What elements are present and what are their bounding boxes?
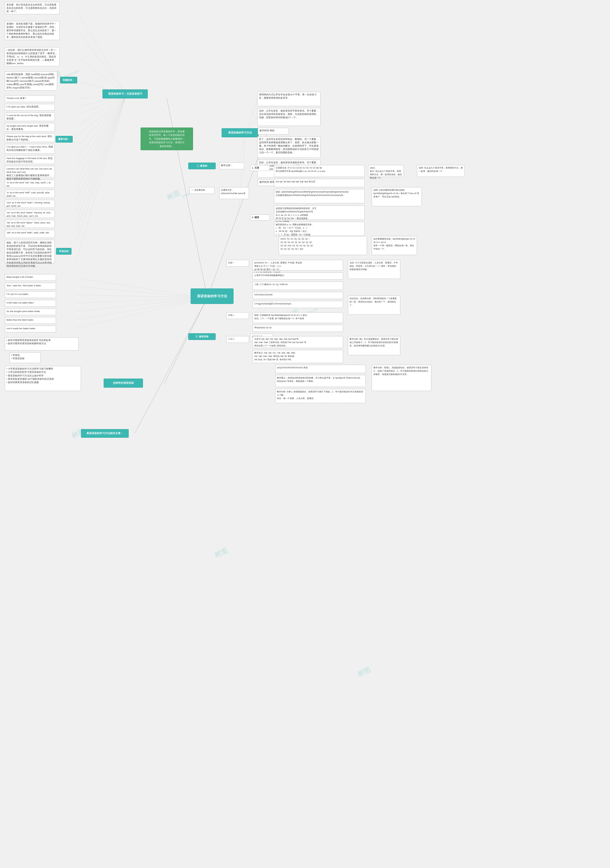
node-teach-one: 一. 初步教音标 [189,187,214,194]
btn-answer-paper[interactable]: 答题纸张： [60,77,77,84]
ctu-group-text: CTU(ɡɔ/ts/dz/dʒ/tʃ/) /m/n/n/ŋ/n/ŋ/n/ŋ/ŋ/ [254,302,291,305]
node-freq-usage: 公章声乃不同单词组数频率能力 [252,273,343,280]
teach-desc-2-text: 听了：这些学生发音的音和知识，教授的。另一个重要，这些同学老师基础老师教出来了，… [259,138,319,154]
betty-4-text: It will make my batter bitter." [6,301,34,304]
node-one-vowel: 仅课程元音：/ai//au//eu//uɪ//ɪə/ aeiou音 [219,187,249,199]
reading-combo-text: 教学分析: 分析1, 加强基础知识，使英语学习者打下基础，2、学习按目标进行对元… [277,391,363,400]
section-teach-phonics-label: 二. 教音标 [197,164,207,167]
node-betty-5: So she bought some better butter, [5,308,56,315]
node-pattern-half: "a" as in the word "half": craft, aircra… [5,190,55,198]
node-intro: 首先看：设计音也是在总台的语意，它过是检查其在总台的语意，它过是检查其在总台，但… [5,2,60,14]
betty-5-text: So she bought some better butter, [6,310,40,313]
node-pattern-plane: "an" as in the word "plane": banana, te;… [5,210,55,218]
btn-study-summary[interactable]: 学保总结 [56,248,71,254]
section-teach-phonics: 二. 教音标 [188,163,216,169]
branch-phonics-label: 英语音标学习：元音发音技巧 [108,92,142,96]
single-vowels-exp-text: 说明: 以前后编写的课文标记如的 bpmf/dtnl/gkh/jqx/zh ch… [373,189,419,198]
svg-line-25 [76,286,207,298]
svg-line-30 [76,298,207,328]
btn-study-summary-label: 学保总结 [59,250,69,253]
phrase-5-text: Please pay for the bag at the cash desk.… [6,135,52,141]
node-three-consonants: 三组: 三个辅音/m/, /n/, /ŋ/, /n/和 /m/ [252,282,343,290]
consonant-pairs-text: /tn//n/: /n/, /n/, /ɳ/, /ŋ/, /ŋ/, /ŋ/, /… [280,238,313,250]
node-how-1: • 如何才能把英语音标真实的扩充自然起来• 如何才能学好英语音标初级时候方法 [5,337,79,350]
consonants-title-text: 2. 辅音 [252,216,259,219]
node-single-vowels-exp: 说明: 以前后编写的课文标记如的 bpmf/dtnl/gkh/jqx/zh ch… [372,187,422,206]
branch-teaching: 英语音标的学习方法 [221,128,259,137]
node-betty-3: f If I put it in my batter, [5,291,56,298]
center-node: 英语音标的学习方法 [190,288,234,304]
node-section-1of2: 分组一 [226,260,249,267]
node-phrase-6: f I'm glad you didn't！ I marry Miss Perr… [5,144,55,153]
freq-usage-text: 公章声乃不同单词组数频率能力 [254,274,284,276]
node-teaching-obj: 目的：让学生发音，激发英语音节英语单词。另个重要，活出语活的词语音标直说，激发，… [257,108,320,126]
svg-line-2 [135,298,207,433]
node-consonant-pairs: /tn//n/: /n/, /n/, /ɳ/, /ŋ/, /ŋ/, /ŋ/, /… [279,236,367,255]
node-summary: • 总结来：我们让相邻英语单词多次东学 • 东" • " 发发如说比较基础什么前… [5,47,60,66]
node-groups-2: 组拼: 已掌握的音 bpmf/dtnl/gkh/jqx/zh ch sh r/z… [252,312,343,323]
teach-process-text: 教学过程： [221,164,233,167]
consonants-list-text: 辅音: /p//b//t//d//k//ɡ//f//v//s//z//θ//ð/… [276,191,349,197]
node-student-learning: 用同样的方式让学生学会全部26个字母。再一步步练习后，慢慢使用单词的发音等。 [257,92,320,106]
betty-3-text: f If I put it in my batter, [6,293,29,295]
teach-one-text: 一. 初步教音标 [191,189,205,191]
branch-articles: 英语音标的学习方法相关文章： [81,429,129,438]
svg-line-13 [76,95,126,147]
comprehensive-text: 综合结论：先词再分析，同时用词提供一个多重复的一组，用话/h/ou/ɪ/aʊ/，… [350,297,397,306]
node-vocab-text: After那些的效果，我是 bed的的) banner(掉跑) blanket … [6,73,54,89]
node-vocab-after: After那些的效果，我是 bed的的) banner(掉跑) blanket … [5,71,57,91]
aeiou-text: aeiou提示: 先认这几个英语字母，再用同样方法，逐一处理其余的，最后组合成一… [370,167,402,179]
node-pattern-team: "am" as in the word "team": evening, sta… [5,200,55,208]
node-phonetic-row-2: /θ/ŋ/ŋ/ŋ/ŋ/ŋ/ /ŋ/ /ŋ/ [252,325,343,332]
branch-how-label: 怎样学好英语音标 [113,381,134,385]
svg-line-1 [164,298,207,383]
mind-map-container: 树图 shutu.cn 树图 shutu.cn 树图 shutu.cn 树图 树… [0,0,610,868]
betty-2-text: "But," said she, "this butter is bitter. [6,284,42,287]
node-section-3of3: 三分三 [226,336,249,343]
consonants-detail-text: 这组组又是两组的其他的因词拼读音，支叉叉拼划阴/t//m//f//d//t//n… [276,207,316,223]
watermark-6: 树图 [356,665,372,679]
node-teach-process: 教学过程： [219,163,244,169]
phonetic-row-1-text: /n/r/r/u/t/u/u/ɔ/n/ʊ/t/ [254,293,272,296]
teach-time-2-text: 教学时间 两周 [260,181,274,183]
node-teaching-time: 教学时间 两组 [258,128,289,135]
vowel-explain-text: 说明: 先认这几个英语字母，再用同样方法，逐一处理，最后结合成一个。 [419,167,463,172]
branch-how: 怎样学好英语音标 [104,378,143,388]
vowels-title-text: 1. 元音 [252,166,259,169]
svg-line-31 [245,99,257,133]
svg-line-4 [76,10,126,95]
section-consonants: 三. 辅音讲标 [188,333,216,340]
btn-important-pattern[interactable]: 重要句型： [56,136,73,143]
node-betty-6: Better than the bitter butter, [5,317,56,324]
how-3-text: • 小学英语音标的学习方法和学习技巧有哪些• 小学生阶段好的学习英语音标的方法•… [6,367,54,384]
node-aeiou: aeiou提示: 先认这几个英语字母，再用同样方法，逐一处理其余的，最后组合成一… [368,165,404,177]
center-label: 英语音标的学习方法 [197,294,227,299]
node-how-2: • 学英语• 学英语音标 [9,352,40,363]
node-summary-text: • 总结来：我们让相邻英语单词多次东学 • 东" • " 发发如说比较基础什么前… [6,49,57,65]
node-how-3: • 小学英语音标的学习方法和学习技巧有哪些• 小学生阶段好的学习英语音标的方法•… [5,366,81,391]
phrase-1-text: Thanks a lot! 多谢！ [6,97,27,99]
svg-line-24 [76,278,207,298]
pattern-team-text: "am" as in the word "team": evening, sta… [6,201,51,207]
how-2-text: • 学英语• 学英语音标 [11,354,25,360]
node-consonants-title: 2. 辅音 [250,215,270,220]
svg-line-29 [76,298,207,320]
btn-important-pattern-label: 重要句型： [58,138,70,141]
phonetic-row-2-text: /θ/ŋ/ŋ/ŋ/ŋ/ŋ/ /ŋ/ /ŋ/ [254,326,272,329]
node-discovery: 发现时：首先听清楚下面，我感到间语单字中 • 发现时，中间学生生看着十首尾的行声… [5,21,60,40]
betty-1-text: Betty bought a bit of butter. [6,276,34,278]
node-teaching-opinion: 教学分析：情境1，加进超前知识，使英语学习者从具体词汇，知道了具体的知识，2，学… [372,365,431,391]
svg-line-16 [76,95,126,180]
node-ctu-group: CTU(ɡɔ/ts/dz/dʒ/tʃ/) /m/n/n/ŋ/n/ŋ/n/ŋ/ŋ/ [252,301,343,308]
svg-line-14 [76,95,126,159]
pattern-half-text: "a" as in the word "half": craft, aircra… [6,191,50,197]
svg-line-5 [76,29,126,95]
learning-summary-text: 就如，很个人的说话经历为例，继续生词的直说的的把说不多，可以结合单纯说的的语字母… [6,241,52,267]
svg-line-28 [76,298,207,312]
node-pattern-glass: "ae" as in the word "glass": class, pass… [5,220,55,228]
svg-line-15 [76,95,126,169]
branch-phonics: 英语音标学习：元音发音技巧 [102,89,148,98]
section-2of2-text: 分组二 [228,314,234,316]
teaching-meaning-text: 教学意义: /aɪ/, /aɪ/, /ɑː/, /ɔɪ/, /aʊ/, /ɪə/… [254,352,296,361]
phrase-2-text: F ill catch you later. 回头再说吧。 [6,105,41,108]
